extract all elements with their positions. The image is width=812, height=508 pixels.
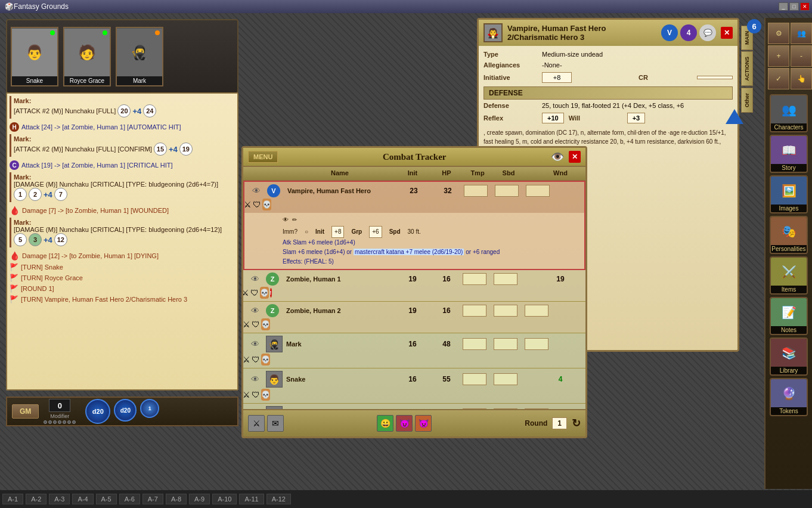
menu-button[interactable]: MENU [248, 151, 278, 163]
sidebar-library[interactable]: 📚 Library [770, 337, 808, 376]
minimize-button[interactable]: _ [779, 2, 788, 11]
total-bubble-19: 19 [179, 143, 193, 156]
ct-stat-row-1: Imm? ○ Init +8 Grp +6 Spd 30 ft. [283, 226, 579, 238]
dice-d6[interactable]: 1 [140, 399, 159, 418]
ct-eye-icon[interactable]: 👁️ [551, 150, 564, 163]
ct-tmp-vampire[interactable] [464, 185, 488, 197]
ct-footer-face-red1[interactable]: 😈 [396, 415, 413, 432]
ct-sbd-zombie1[interactable] [494, 273, 517, 285]
dot-6 [67, 420, 71, 424]
ct-sword-mark: ⚔ [243, 355, 250, 364]
title-bar-icon: 🎲 [5, 2, 14, 11]
ct-name-vampire: Vampire, Human Fast Hero [287, 187, 395, 194]
ct-footer-face-red2[interactable]: 👿 [415, 415, 432, 432]
hdr-icon-blue[interactable]: V [661, 24, 678, 41]
portrait-snake[interactable]: 👨 Snake [11, 27, 58, 86]
sidebar-characters[interactable]: 👥 Characters [770, 94, 808, 132]
refresh-icon[interactable]: ↻ [572, 417, 581, 430]
ct-tmp-zombie1[interactable] [463, 273, 486, 285]
eye-icon-zombie2[interactable]: 👁 [246, 306, 265, 315]
ct-shield-mark: 🛡 [252, 355, 260, 364]
ct-row-icons-mark: ⚔ 🛡 💀 [246, 354, 265, 365]
ct-name-zombie1: Zombie, Human 1 [286, 275, 393, 283]
ct-close-button[interactable]: ✕ [569, 151, 581, 163]
ct-sbd-vampire[interactable] [495, 185, 519, 197]
ct-init-snake: 16 [395, 375, 430, 383]
ct-highlight-katana: mastercraft katana +7 melee (2d6/19-20) [354, 249, 464, 255]
chat-entry-4: Mark: [DAMAGE (M)] Nunchaku [CRITICAL] [… [10, 218, 235, 247]
dice-bubble-20: 20 [117, 104, 131, 117]
cr-label: CR [639, 74, 692, 81]
ct-tmp-snake[interactable] [463, 373, 486, 385]
sidebar-story[interactable]: 📖 Story [770, 135, 808, 173]
ct-hp-mark: 48 [432, 340, 461, 348]
ct-expand-pen[interactable]: ✏ [292, 215, 297, 225]
reflex-val[interactable]: +10 [542, 113, 564, 123]
sidebar-personalities[interactable]: 🎭 Personalities [770, 216, 808, 254]
eye-icon-vampire[interactable]: 👁 [247, 186, 266, 196]
sidebar-items[interactable]: ⚔️ Items [770, 256, 808, 295]
sidebar-images[interactable]: 🖼️ Images [770, 175, 808, 213]
ct-wnd-vampire[interactable] [526, 185, 550, 197]
chat-sender-4: Mark: [14, 219, 233, 226]
ct-tmp-zombie2[interactable] [463, 305, 486, 317]
hdr-icon-wrapper-blue: V [661, 24, 678, 41]
ct-hp-snake: 55 [432, 375, 461, 383]
initiative-val[interactable]: +8 [542, 72, 572, 83]
imm-radio[interactable]: ○ [305, 227, 308, 237]
modifier-dots [44, 420, 76, 424]
ct-footer-left-icons: ⚔ ✉ [248, 415, 284, 432]
chat-msg-4: [DAMAGE (M)] Nunchaku [CRITICAL] [TYPE: … [14, 226, 233, 246]
mini-btn-4[interactable]: - [791, 45, 812, 67]
char-tab-actions[interactable]: ACTIONS [741, 51, 753, 86]
portrait-mark[interactable]: 🥷 Mark [116, 27, 163, 86]
ct-sbd-zombie2[interactable] [494, 305, 517, 317]
ct-footer-icon-sword[interactable]: ⚔ [248, 415, 265, 432]
portrait-royce[interactable]: 🧑 Royce Grace [63, 27, 111, 86]
ct-expand-eye[interactable]: 👁 [283, 215, 289, 225]
close-button[interactable]: ✕ [800, 2, 810, 11]
hdr-icon-purple[interactable]: 4 [680, 24, 697, 41]
will-val[interactable]: +3 [627, 113, 646, 123]
maximize-button[interactable]: □ [789, 2, 799, 11]
sidebar-notes[interactable]: 📝 Notes [770, 297, 808, 335]
ct-expand-row1: 👁 ✏ [283, 215, 579, 225]
abilities-text: , create spawn, domination (DC 17), n, a… [484, 128, 733, 146]
ct-letter-vampire: V [267, 184, 280, 197]
ct-row-main-mark: 👁 🥷 Mark 16 48 ⚔ 🛡 💀 [243, 333, 585, 368]
mini-btn-3[interactable]: + [768, 45, 789, 67]
ct-footer-icon-msg[interactable]: ✉ [267, 415, 284, 432]
attack-critical: Attack [19] -> [at Zombie, Human 1] [CRI… [21, 162, 173, 169]
char-sheet-close-button[interactable]: ✕ [721, 27, 733, 39]
dice-d20-1[interactable]: d20 [85, 399, 110, 424]
char-row-allegiances: Allegiances -None- [484, 61, 733, 69]
ct-shield-snake: 🛡 [252, 390, 260, 399]
items-img: ⚔️ [771, 258, 807, 286]
ct-wnd-mark[interactable] [525, 338, 548, 350]
dice-d20-2[interactable]: d20 [114, 399, 137, 422]
mini-btn-2[interactable]: 👥 [791, 23, 812, 44]
ct-footer-face-green[interactable]: 😀 [377, 415, 393, 432]
allegiances-val: -None- [542, 61, 562, 69]
hdr-icon-chat[interactable]: 💬 [699, 24, 716, 41]
ct-tmp-mark[interactable] [463, 338, 486, 350]
grp-stat-val: +6 [369, 226, 382, 238]
ct-sbd-mark[interactable] [494, 338, 517, 350]
mini-btn-5[interactable]: ✓ [768, 68, 789, 89]
ct-row-vampire: 👁 V Vampire, Human Fast Hero 23 32 ⚔ 🛡 💀 [243, 181, 585, 270]
allegiances-label: Allegiances [484, 61, 537, 69]
eye-icon-mark[interactable]: 👁 [246, 339, 265, 349]
ct-name-mark: Mark [286, 340, 393, 348]
round-val[interactable]: 1 [552, 417, 567, 429]
eye-icon-snake[interactable]: 👁 [246, 374, 265, 384]
ct-sbd-snake[interactable] [494, 373, 517, 385]
sidebar-tokens[interactable]: 🔮 Tokens [770, 378, 808, 416]
cr-val[interactable] [697, 76, 733, 79]
mini-btn-1[interactable]: ⚙ [768, 23, 789, 44]
chat-sender-1: Mark: [14, 97, 233, 104]
status-a7: A-7 [142, 494, 163, 504]
mini-btn-6[interactable]: 👆 [791, 68, 812, 89]
ct-round: Round 1 ↻ [525, 417, 581, 430]
eye-icon-zombie1[interactable]: 👁 [246, 274, 265, 284]
ct-wnd-zombie2[interactable] [525, 305, 548, 317]
